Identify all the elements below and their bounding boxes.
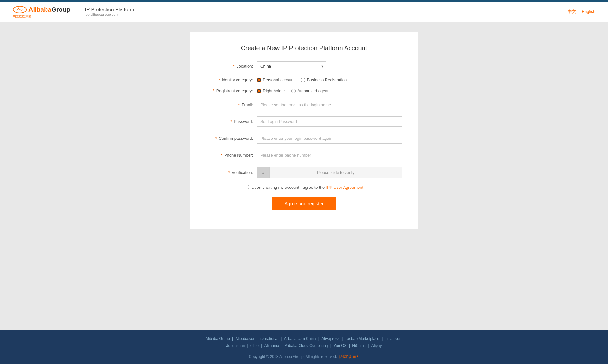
password-field[interactable] [257, 116, 402, 127]
location-control: China International ▾ [257, 61, 402, 71]
verification-label: * Verification: [206, 170, 257, 175]
footer-link-juhuasuan[interactable]: Juhuasuan [226, 343, 245, 348]
email-required: * [238, 102, 240, 107]
logo-group: Group [51, 6, 70, 13]
email-control [257, 100, 402, 110]
password-row: * Password: [206, 116, 402, 127]
lang-chinese-link[interactable]: 中文 [568, 9, 576, 14]
identity-business-radio[interactable] [301, 78, 305, 82]
platform-url: ipp.alibabagroup.com [85, 13, 134, 16]
location-label: * Location: [206, 64, 257, 69]
email-label: * Email: [206, 102, 257, 107]
svg-point-1 [18, 8, 20, 9]
footer-link-alimama[interactable]: Alimama [264, 343, 279, 348]
footer-link-tmall[interactable]: Tmall.com [385, 336, 402, 341]
form-card: Create a New IP Protection Platform Acco… [190, 32, 418, 229]
logo-area: Alibaba Group 网里巴巴集团 IP Protection Platf… [13, 5, 134, 19]
lang-switcher: 中文 | English [568, 9, 595, 15]
registrant-authorized-agent-label: Authorized agent [297, 89, 328, 93]
verification-row: * Verification: » Please slide to verify [206, 167, 402, 178]
registrant-authorized-agent-option[interactable]: Authorized agent [291, 89, 328, 93]
ipp-agreement-link[interactable]: IPP User Agreement [326, 185, 363, 190]
register-button[interactable]: Agree and register [272, 197, 336, 210]
email-row: * Email: [206, 100, 402, 110]
footer-link-alibaba-international[interactable]: Alibaba.com International [236, 336, 278, 341]
identity-personal-label: Personal account [263, 77, 294, 82]
agreement-checkbox[interactable] [245, 185, 249, 189]
phone-label: * Phone Number: [206, 153, 257, 157]
slider-arrows-icon: » [262, 170, 265, 175]
footer-links-row1: Alibaba Group | Alibaba.com Internationa… [0, 336, 608, 341]
icp-badge: ⊞⚑ [353, 355, 359, 359]
identity-business-option[interactable]: Business Registration [301, 77, 347, 82]
phone-row: * Phone Number: [206, 150, 402, 160]
logo-sub: 网里巴巴集团 [13, 14, 32, 19]
footer-link-alibaba-group[interactable]: Alibaba Group [206, 336, 230, 341]
identity-row: * identity category: Personal account Bu… [206, 77, 402, 82]
main-content: Create a New IP Protection Platform Acco… [0, 22, 608, 330]
registrant-right-holder-radio[interactable] [257, 89, 261, 93]
registrant-label: * Registrant category: [206, 89, 257, 93]
logo-alibaba: Alibaba [28, 6, 51, 13]
password-control [257, 116, 402, 127]
phone-field[interactable] [257, 150, 402, 160]
footer-copyright: Copyright © 2018 Alibaba Group. All righ… [0, 355, 608, 359]
confirm-password-row: * Confirm password: [206, 133, 402, 144]
footer-link-taobao[interactable]: Taobao Marketplace [345, 336, 379, 341]
location-select[interactable]: China International [257, 61, 326, 71]
registrant-row: * Registrant category: Right holder Auth… [206, 89, 402, 93]
location-row: * Location: China International ▾ [206, 61, 402, 71]
registrant-required: * [213, 89, 214, 93]
footer: Alibaba Group | Alibaba.com Internationa… [0, 330, 608, 364]
icp-number: 沪ICP备 [339, 355, 352, 359]
phone-control [257, 150, 402, 160]
password-required: * [231, 119, 232, 124]
password-label: * Password: [206, 119, 257, 124]
identity-business-label: Business Registration [307, 77, 347, 82]
identity-required: * [218, 77, 220, 82]
location-required: * [233, 64, 235, 69]
confirm-password-label: * Confirm password: [206, 136, 257, 141]
phone-required: * [221, 153, 222, 157]
slider-handle[interactable]: » [257, 167, 270, 178]
footer-links-row2: Juhuasuan | eTao | Alimama | Alibaba Clo… [0, 343, 608, 348]
lang-sep: | [578, 9, 580, 14]
registrant-right-holder-label: Right holder [263, 89, 285, 93]
footer-link-yunos[interactable]: Yun OS [333, 343, 346, 348]
form-title: Create a New IP Protection Platform Acco… [206, 45, 402, 52]
confirm-password-control [257, 133, 402, 144]
header: Alibaba Group 网里巴巴集团 IP Protection Platf… [0, 2, 608, 22]
confirm-password-required: * [215, 136, 217, 141]
identity-control: Personal account Business Registration [257, 77, 402, 82]
footer-link-etao[interactable]: eTao [250, 343, 259, 348]
identity-label: * identity category: [206, 77, 257, 82]
registrant-right-holder-option[interactable]: Right holder [257, 89, 285, 93]
identity-personal-radio[interactable] [257, 78, 261, 82]
footer-link-alibaba-china[interactable]: Alibaba.com China [284, 336, 316, 341]
alibaba-logo: Alibaba Group 网里巴巴集团 [13, 5, 70, 19]
identity-personal-option[interactable]: Personal account [257, 77, 294, 82]
slider-text: Please slide to verify [270, 170, 402, 175]
footer-link-aliexpress[interactable]: AliExpress [321, 336, 339, 341]
lang-english-link[interactable]: English [582, 9, 595, 14]
verification-required: * [228, 170, 230, 175]
verification-slider[interactable]: » Please slide to verify [257, 167, 402, 178]
platform-title: IP Protection Platform [85, 7, 134, 13]
ali-icon [13, 5, 27, 14]
footer-link-alipay[interactable]: Alipay [371, 343, 382, 348]
identity-radio-group: Personal account Business Registration [257, 77, 402, 82]
verification-control: » Please slide to verify [257, 167, 402, 178]
registrant-authorized-agent-radio[interactable] [291, 89, 296, 93]
agreement-text: Upon creating my account,I agree to the … [251, 184, 363, 191]
registrant-control: Right holder Authorized agent [257, 89, 402, 93]
footer-link-cloud[interactable]: Alibaba Cloud Computing [285, 343, 328, 348]
footer-divider [122, 351, 486, 351]
footer-link-hichina[interactable]: HiChina [352, 343, 366, 348]
location-select-wrapper: China International ▾ [257, 61, 326, 71]
confirm-password-field[interactable] [257, 133, 402, 144]
registrant-radio-group: Right holder Authorized agent [257, 89, 402, 93]
platform-info: IP Protection Platform ipp.alibabagroup.… [85, 7, 134, 16]
agreement-row: Upon creating my account,I agree to the … [206, 184, 402, 191]
email-field[interactable] [257, 100, 402, 110]
logo-divider [75, 5, 75, 18]
